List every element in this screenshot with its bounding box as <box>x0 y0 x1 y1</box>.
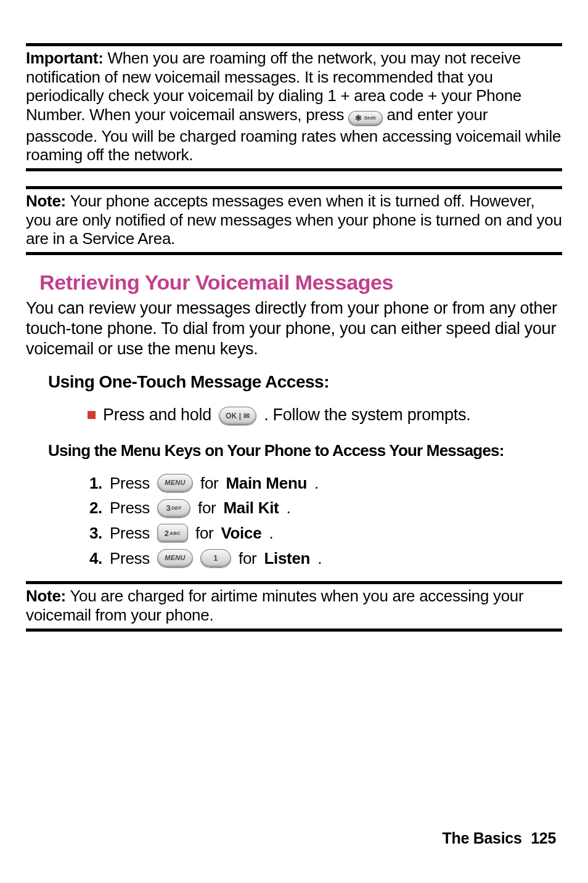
steps-list: 1. Press MENU for Main Menu. 2. Press 3D… <box>85 474 562 568</box>
step-1-b: for <box>200 474 218 493</box>
subhead-menu-keys: Using the Menu Keys on Your Phone to Acc… <box>48 441 562 460</box>
note2-lead: Note: <box>26 587 66 605</box>
step-2-b: for <box>198 498 216 518</box>
step-4-c: . <box>317 549 322 568</box>
footer-page-number: 125 <box>531 829 556 847</box>
bullet-text-b: . Follow the system prompts. <box>264 405 470 425</box>
important-lead: Important: <box>26 49 104 67</box>
note2-body: You are charged for airtime minutes when… <box>26 587 523 624</box>
step-1: 1. Press MENU for Main Menu. <box>85 474 562 493</box>
step-2-num: 2. <box>85 498 102 518</box>
step-4: 4. Press MENU 1 for Listen. <box>85 549 562 568</box>
step-1-target: Main Menu <box>226 474 307 493</box>
bullet-icon <box>88 411 96 419</box>
star-shift-key-icon: ✱ Shift <box>348 111 382 126</box>
note1-body: Your phone accepts messages even when it… <box>26 192 562 248</box>
one-key-icon: 1 <box>200 549 231 568</box>
ok-mail-key-icon: OK | ✉ <box>219 407 256 425</box>
step-3-c: . <box>269 524 273 543</box>
step-4-b: for <box>239 549 256 568</box>
step-3-b: for <box>195 524 213 543</box>
note1-text: Note: Your phone accepts messages even w… <box>26 192 562 248</box>
step-2-target: Mail Kit <box>223 498 279 518</box>
step-1-a: Press <box>110 474 150 493</box>
two-abc-key-icon: 2ABC <box>157 524 188 542</box>
step-3: 3. Press 2ABC for Voice. <box>85 524 562 543</box>
menu-key-icon: MENU <box>157 474 193 492</box>
subhead-one-touch: Using One-Touch Message Access: <box>48 372 562 392</box>
step-3-target: Voice <box>221 524 261 543</box>
page-footer: The Basics 125 <box>443 829 556 848</box>
important-box: Important: When you are roaming off the … <box>26 43 562 171</box>
step-1-num: 1. <box>85 474 102 493</box>
bullet-row: Press and hold OK | ✉ . Follow the syste… <box>88 405 562 425</box>
note-box-2: Note: You are charged for airtime minute… <box>26 581 562 631</box>
intro-paragraph: You can review your messages directly fr… <box>26 298 562 359</box>
bullet-text-a: Press and hold <box>103 405 211 425</box>
footer-section: The Basics <box>443 829 522 847</box>
note-box-1: Note: Your phone accepts messages even w… <box>26 186 562 255</box>
step-4-target: Listen <box>264 549 310 568</box>
three-def-key-icon: 3DEF <box>157 499 190 518</box>
important-text: Important: When you are roaming off the … <box>26 49 562 165</box>
step-3-num: 3. <box>85 524 102 543</box>
step-1-c: . <box>314 474 319 493</box>
menu-key-icon-2: MENU <box>157 549 193 568</box>
section-title: Retrieving Your Voicemail Messages <box>39 270 562 295</box>
step-4-num: 4. <box>85 549 102 568</box>
note1-lead: Note: <box>26 192 66 210</box>
step-2-c: . <box>286 498 290 518</box>
note2-text: Note: You are charged for airtime minute… <box>26 587 562 624</box>
step-4-a: Press <box>110 549 150 568</box>
step-3-a: Press <box>110 524 150 543</box>
star-key-wrap: ✱ Shift <box>348 108 382 127</box>
step-2: 2. Press 3DEF for Mail Kit. <box>85 498 562 518</box>
step-2-a: Press <box>110 498 150 518</box>
ok-key-wrap: OK | ✉ <box>219 405 256 425</box>
